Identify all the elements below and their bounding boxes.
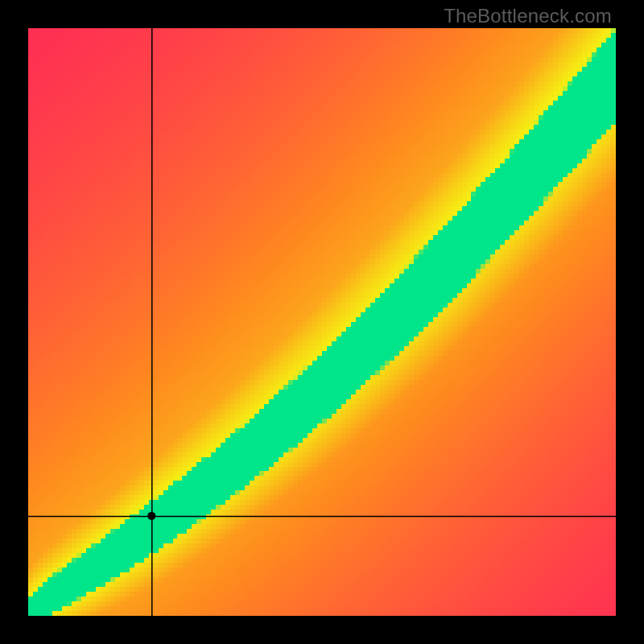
heatmap-canvas bbox=[28, 28, 616, 616]
chart-frame: TheBottleneck.com bbox=[0, 0, 644, 644]
watermark-label: TheBottleneck.com bbox=[444, 5, 612, 27]
heatmap-plot bbox=[28, 28, 616, 616]
